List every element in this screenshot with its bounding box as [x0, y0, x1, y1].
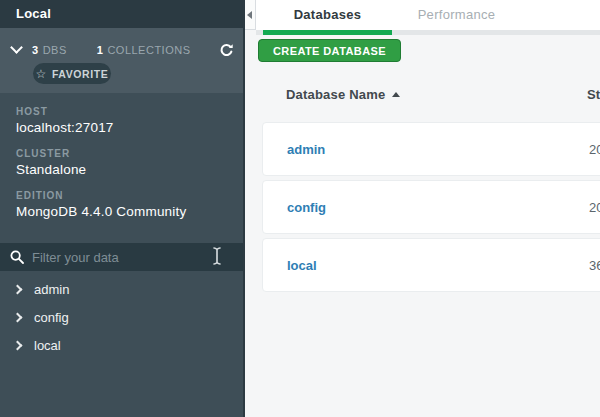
collapse-left-arrow-icon [247, 11, 252, 19]
collapse-sidebar-button[interactable] [245, 0, 256, 30]
column-header-storage[interactable]: St [587, 87, 600, 102]
database-row-admin[interactable]: admin 20 [262, 122, 600, 176]
active-tab-underline [263, 30, 392, 35]
search-icon [10, 250, 24, 264]
edition-value: MongoDB 4.4.0 Community [16, 204, 227, 219]
sidebar-db-name: admin [34, 282, 69, 297]
favorite-button[interactable]: ☆ FAVORITE [33, 63, 111, 84]
cluster-label: CLUSTER [16, 148, 227, 159]
sidebar-item-config[interactable]: config [0, 303, 243, 331]
chevron-down-icon[interactable] [10, 41, 23, 54]
storage-size-value: 36 [589, 258, 600, 273]
dbs-label: DBS [43, 44, 67, 56]
connection-stats-row: 3DBS 1COLLECTIONS [0, 38, 243, 62]
host-group: HOST localhost:27017 [16, 106, 227, 135]
sidebar-item-local[interactable]: local [0, 331, 243, 359]
host-value: localhost:27017 [16, 120, 227, 135]
connection-title: Local [0, 0, 243, 28]
create-database-button[interactable]: CREATE DATABASE [258, 39, 401, 62]
edition-label: EDITION [16, 190, 227, 201]
collections-count-stat: 1COLLECTIONS [97, 44, 191, 56]
storage-size-value: 20 [589, 142, 600, 157]
tab-performance[interactable]: Performance [392, 0, 521, 30]
database-row-local[interactable]: local 36 [262, 238, 600, 292]
main-content: Databases Performance CREATE DATABASE Da… [245, 0, 600, 417]
chevron-right-icon [13, 284, 23, 294]
dbs-count-stat: 3DBS [32, 44, 67, 56]
cluster-group: CLUSTER Standalone [16, 148, 227, 177]
chevron-right-icon [13, 340, 23, 350]
database-link[interactable]: config [287, 200, 326, 215]
edition-group: EDITION MongoDB 4.4.0 Community [16, 190, 227, 219]
filter-input[interactable] [32, 250, 182, 265]
sidebar: Local 3DBS 1COLLECTIONS ☆ FAVORITE HOST … [0, 0, 245, 417]
refresh-icon[interactable] [219, 43, 234, 58]
host-label: HOST [16, 106, 227, 117]
text-cursor-icon [212, 246, 222, 266]
sidebar-item-admin[interactable]: admin [0, 275, 243, 303]
database-row-config[interactable]: config 20 [262, 180, 600, 234]
filter-bar [0, 243, 243, 271]
sidebar-db-name: config [34, 310, 69, 325]
connection-summary-section: 3DBS 1COLLECTIONS ☆ FAVORITE [0, 28, 243, 93]
sort-ascending-icon [392, 92, 400, 97]
favorite-label: FAVORITE [52, 68, 109, 80]
star-icon: ☆ [36, 68, 47, 80]
sidebar-db-name: local [34, 338, 61, 353]
collections-label: COLLECTIONS [107, 44, 190, 56]
tab-bar: Databases Performance [245, 0, 600, 30]
storage-size-value: 20 [589, 200, 600, 215]
tab-databases[interactable]: Databases [263, 0, 392, 30]
column-header-database-name[interactable]: Database Name [286, 87, 400, 102]
collections-count: 1 [97, 44, 104, 56]
database-link[interactable]: admin [287, 142, 325, 157]
chevron-right-icon [13, 312, 23, 322]
database-link[interactable]: local [287, 258, 317, 273]
dbs-count: 3 [32, 44, 39, 56]
connection-info-section: HOST localhost:27017 CLUSTER Standalone … [0, 93, 243, 243]
database-name-header-label: Database Name [286, 87, 385, 102]
cluster-value: Standalone [16, 162, 227, 177]
database-tree: admin config local [0, 275, 243, 359]
